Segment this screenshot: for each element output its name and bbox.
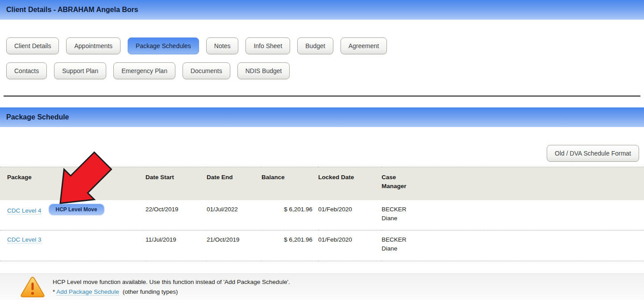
- package-cell: CDC Level 4HCP Level Move: [0, 200, 145, 230]
- tab-agreement[interactable]: Agreement: [341, 37, 387, 54]
- notice-text: HCP Level move function available. Use t…: [53, 277, 290, 296]
- balance-cell: $ 6,201.96: [262, 230, 318, 261]
- tab-support-plan[interactable]: Support Plan: [54, 62, 106, 79]
- tab-documents[interactable]: Documents: [183, 62, 230, 79]
- schedule-toolbar: Old / DVA Schedule Format: [0, 145, 644, 162]
- date-start-cell: 11/Jul/2019: [145, 230, 207, 261]
- section-title: Package Schedule: [6, 113, 69, 121]
- column-header-package: Package: [0, 167, 145, 200]
- add-package-schedule-link[interactable]: Add Package Schedule: [56, 288, 119, 296]
- date-end-cell: 21/Oct/2019: [207, 230, 262, 261]
- hcp-level-move-button[interactable]: HCP Level Move: [49, 204, 104, 215]
- old-dva-schedule-format-button[interactable]: Old / DVA Schedule Format: [547, 145, 639, 162]
- tab-row-2: Contacts Support Plan Emergency Plan Doc…: [0, 62, 644, 79]
- tab-package-schedules[interactable]: Package Schedules: [128, 37, 199, 54]
- notice-asterisk: *: [53, 288, 55, 295]
- notice-line-1: HCP Level move function available. Use t…: [53, 277, 290, 287]
- column-header-locked-date: Locked Date: [318, 167, 382, 200]
- package-cell: CDC Level 3: [0, 230, 145, 261]
- warning-triangle-icon: [20, 275, 46, 299]
- tab-emergency-plan[interactable]: Emergency Plan: [113, 62, 175, 79]
- notice-suffix: (other funding types): [123, 288, 178, 295]
- tab-client-details[interactable]: Client Details: [6, 37, 59, 54]
- table-row: CDC Level 3 11/Jul/2019 21/Oct/2019 $ 6,…: [0, 230, 644, 261]
- tab-budget[interactable]: Budget: [297, 37, 333, 54]
- tab-info-sheet[interactable]: Info Sheet: [245, 37, 290, 54]
- table-header-row: Package Date Start Date End Balance Lock…: [0, 167, 644, 200]
- locked-date-cell: 01/Feb/2020: [318, 200, 382, 230]
- package-schedule-table: Package Date Start Date End Balance Lock…: [0, 167, 644, 261]
- hcp-level-move-notice: HCP Level move function available. Use t…: [0, 273, 644, 300]
- balance-cell: $ 6,201.96: [262, 200, 318, 230]
- tab-row-1: Client Details Appointments Package Sche…: [0, 37, 644, 54]
- package-schedule-section-header: Package Schedule: [0, 107, 644, 127]
- table-row: CDC Level 4HCP Level Move 22/Oct/2019 01…: [0, 200, 644, 230]
- page-title: Client Details - ABRAHAM Angela Bors: [6, 6, 138, 14]
- tab-notes[interactable]: Notes: [206, 37, 239, 54]
- date-start-cell: 22/Oct/2019: [145, 200, 207, 230]
- case-manager-cell: BECKER Diane: [382, 230, 644, 261]
- column-header-date-end: Date End: [207, 167, 262, 200]
- package-link-cdc-level-4[interactable]: CDC Level 4: [7, 207, 42, 214]
- column-header-balance: Balance: [262, 167, 318, 200]
- case-manager-cell: BECKER Diane: [382, 200, 644, 230]
- horizontal-divider: [4, 95, 640, 97]
- column-header-date-start: Date Start: [145, 167, 207, 200]
- tab-contacts[interactable]: Contacts: [6, 62, 47, 79]
- tab-ndis-budget[interactable]: NDIS Budget: [237, 62, 290, 79]
- tab-appointments[interactable]: Appointments: [66, 37, 120, 54]
- column-header-case-manager: Case Manager: [382, 167, 644, 200]
- date-end-cell: 01/Jul/2022: [207, 200, 262, 230]
- client-details-header: Client Details - ABRAHAM Angela Bors: [0, 0, 644, 20]
- locked-date-cell: 01/Feb/2020: [318, 230, 382, 261]
- notice-line-2: * Add Package Schedule(other funding typ…: [53, 287, 290, 297]
- package-link-cdc-level-3[interactable]: CDC Level 3: [7, 236, 42, 243]
